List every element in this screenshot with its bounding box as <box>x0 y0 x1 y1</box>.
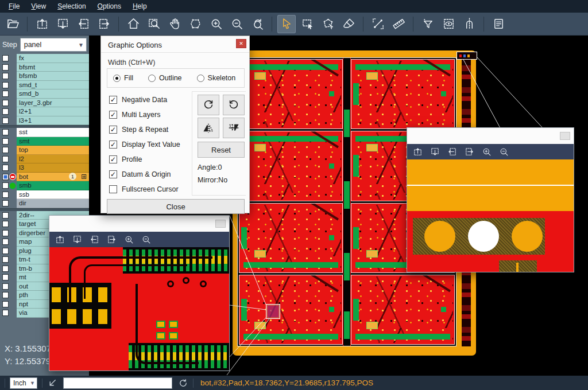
layer-checkbox[interactable] <box>2 100 9 106</box>
radio-icon[interactable] <box>148 75 156 82</box>
layer-row-l3[interactable]: l3 <box>0 163 89 173</box>
checkbox-icon[interactable]: ✓ <box>109 141 117 149</box>
magnifier-window-left[interactable] <box>49 215 230 371</box>
zoom-in-button[interactable] <box>482 147 492 157</box>
pan-left-button[interactable] <box>74 15 92 33</box>
magnifier-window-right[interactable] <box>407 127 574 272</box>
layer-label[interactable]: l2+1 <box>17 107 89 116</box>
layer-label[interactable]: smt <box>17 137 89 146</box>
pan-down-button[interactable] <box>72 235 82 244</box>
layer-label[interactable]: bot1⊞ <box>17 173 89 182</box>
layer-checkbox[interactable] <box>2 292 9 298</box>
layer-checkbox[interactable] <box>2 174 9 180</box>
pan-hand-button[interactable] <box>165 15 184 33</box>
unit-select[interactable]: Inch ▼ <box>10 377 37 389</box>
select-rectangle-button[interactable] <box>298 15 316 33</box>
rotate-cw-button[interactable] <box>198 95 219 115</box>
close-icon[interactable]: ✕ <box>236 39 246 48</box>
layer-checkbox[interactable] <box>2 165 9 171</box>
pan-right-button[interactable] <box>107 235 117 244</box>
layer-row-fx[interactable]: fx <box>0 54 89 63</box>
layer-label[interactable]: l3+1 <box>17 116 89 126</box>
rotate-ccw-button[interactable] <box>223 95 245 115</box>
filter-button[interactable] <box>419 15 437 33</box>
pan-left-button[interactable] <box>90 235 99 244</box>
reset-button[interactable]: Reset <box>198 142 245 158</box>
layer-row-smb[interactable]: smb <box>0 181 89 190</box>
layer-checkbox[interactable] <box>2 138 9 145</box>
magnifier-titlebar[interactable] <box>407 128 574 144</box>
layer-label[interactable]: sst <box>17 128 89 137</box>
checkbox-icon[interactable]: ✓ <box>109 96 117 104</box>
checkbox-icon[interactable]: ✓ <box>109 126 117 134</box>
layer-checkbox[interactable] <box>2 73 9 79</box>
layer-row-l2[interactable]: l2 <box>0 155 89 164</box>
checkbox-datum-origin[interactable]: ✓Datum & Origin <box>109 167 180 182</box>
highlight-brush-button[interactable] <box>339 15 358 33</box>
layer-row-bfsmt[interactable]: bfsmt <box>0 63 89 72</box>
checkbox-icon[interactable]: ✓ <box>109 155 117 163</box>
view-options-button[interactable] <box>439 15 458 33</box>
step-select[interactable]: panel ▼ <box>20 38 87 52</box>
checkbox-multi-layers[interactable]: ✓Multi Layers <box>109 107 180 122</box>
pan-down-button[interactable] <box>53 15 72 33</box>
layer-label[interactable]: bfsmt <box>17 63 89 72</box>
measure-distance-button[interactable] <box>369 15 387 33</box>
layer-checkbox[interactable] <box>2 212 9 219</box>
layer-row-smd_b[interactable]: smd_b <box>0 89 89 99</box>
home-view-button[interactable] <box>124 15 142 33</box>
layer-label[interactable]: smd_t <box>17 81 89 90</box>
previous-view-button[interactable] <box>248 15 266 33</box>
layer-label[interactable]: l2 <box>17 155 89 164</box>
close-button[interactable]: Close <box>107 199 245 214</box>
checkbox-icon[interactable]: ✓ <box>109 170 117 178</box>
checkbox-negative-data[interactable]: ✓Negative Data <box>109 92 180 107</box>
layer-checkbox[interactable] <box>2 221 9 227</box>
layer-row-l2+1[interactable]: l2+1 <box>0 107 89 116</box>
layer-checkbox[interactable] <box>2 310 9 316</box>
open-project-button[interactable] <box>3 15 22 33</box>
menu-item-options[interactable]: Options <box>92 1 126 11</box>
pan-down-button[interactable] <box>430 147 440 157</box>
layer-row-smd_t[interactable]: smd_t <box>0 81 89 90</box>
select-polygon-button[interactable] <box>319 15 337 33</box>
layer-row-layer_3.gbr[interactable]: layer_3.gbr <box>0 99 89 108</box>
layer-checkbox[interactable] <box>2 55 9 61</box>
layer-checkbox[interactable] <box>2 91 9 97</box>
layer-row-ssb[interactable]: ssb <box>0 190 89 200</box>
layer-checkbox[interactable] <box>2 266 9 272</box>
layer-checkbox[interactable] <box>2 156 9 162</box>
menu-item-view[interactable]: View <box>26 1 51 11</box>
layer-checkbox[interactable] <box>2 118 9 124</box>
layer-label[interactable]: layer_3.gbr <box>17 99 89 108</box>
corner-arrow-icon[interactable] <box>47 378 57 388</box>
zoom-window-button[interactable] <box>145 15 163 33</box>
grid-icon[interactable]: ⊞ <box>81 174 87 180</box>
layer-row-l3+1[interactable]: l3+1 <box>0 116 89 126</box>
layer-checkbox[interactable] <box>2 129 9 135</box>
menu-item-help[interactable]: Help <box>127 1 152 11</box>
layer-row-top[interactable]: top <box>0 146 89 155</box>
layer-row-bot[interactable]: bot1⊞ <box>0 173 89 182</box>
checkbox-profile[interactable]: ✓Profile <box>109 152 180 167</box>
menu-item-file[interactable]: File <box>3 1 25 11</box>
zoom-out-button[interactable] <box>141 235 151 244</box>
pan-right-button[interactable] <box>95 15 113 33</box>
pan-up-button[interactable] <box>413 147 423 157</box>
layer-checkbox[interactable] <box>2 147 9 153</box>
menu-item-selection[interactable]: Selection <box>52 1 91 11</box>
layer-label[interactable]: dir <box>17 199 89 208</box>
layer-checkbox[interactable] <box>2 274 9 280</box>
measure-ruler-button[interactable] <box>389 15 408 33</box>
zoom-out-button[interactable] <box>227 15 246 33</box>
radio-icon[interactable] <box>113 75 121 82</box>
radio-outline[interactable]: Outline <box>148 74 182 82</box>
layer-label[interactable]: smb <box>17 181 89 190</box>
layer-checkbox[interactable] <box>2 301 9 307</box>
zoom-polygon-button[interactable] <box>186 15 204 33</box>
checkbox-icon[interactable] <box>109 185 117 193</box>
checkbox-step-repeat[interactable]: ✓Step & Repeat <box>109 122 180 137</box>
layer-label[interactable]: smd_b <box>17 89 89 99</box>
window-button[interactable] <box>560 132 570 140</box>
layer-checkbox[interactable] <box>2 256 9 263</box>
